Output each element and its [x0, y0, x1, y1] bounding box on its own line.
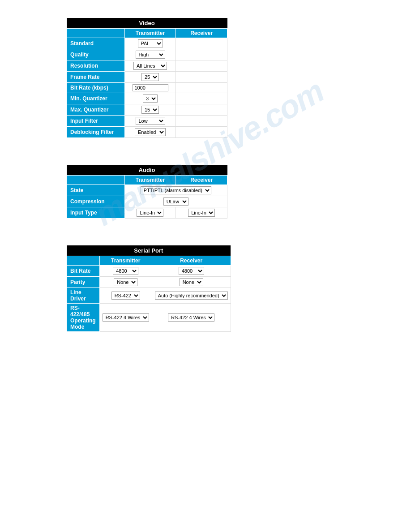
- video-tx-select-7[interactable]: LowMediumHigh: [136, 117, 165, 125]
- video-tx-cell-6: 152025: [124, 104, 176, 116]
- audio-tx-cell-1: ULawALawG.722: [124, 196, 227, 207]
- video-tx-select-8[interactable]: EnabledDisabled: [135, 128, 166, 136]
- video-rx-cell-7: [176, 116, 227, 127]
- video-row-8: Deblocking FilterEnabledDisabled: [67, 127, 227, 138]
- serial-rx-cell-3: RS-422 4 WiresRS-485 2 Wires: [152, 304, 231, 332]
- serial-rx-select-2[interactable]: Auto (Highly recommended)RS-422RS-485: [155, 292, 228, 300]
- serial-rx-select-3[interactable]: RS-422 4 WiresRS-485 2 Wires: [168, 313, 214, 322]
- audio-label-1: Compression: [67, 196, 125, 207]
- serial-row-3: RS-422/485OperatingModeRS-422 4 WiresRS-…: [67, 304, 231, 332]
- audio-tx-cell-0: PTT/PTL (alarms disabled)EnabledDisabled: [124, 185, 227, 196]
- audio-col-receiver: Receiver: [176, 176, 227, 185]
- serial-label-1: Parity: [67, 277, 100, 288]
- video-tx-cell-8: EnabledDisabled: [124, 127, 176, 138]
- audio-rx-select-2[interactable]: Line-InMic: [188, 209, 215, 217]
- audio-tx-cell-2: Line-InMic: [124, 207, 176, 219]
- serial-title: Serial Port: [67, 245, 231, 256]
- video-label-4: Bit Rate (kbps): [67, 83, 125, 93]
- serial-col-receiver: Receiver: [152, 256, 231, 266]
- audio-tx-select-1[interactable]: ULawALawG.722: [163, 197, 188, 206]
- audio-tx-select-2[interactable]: Line-InMic: [137, 209, 163, 217]
- audio-title: Audio: [67, 165, 227, 176]
- page-content: Video Transmitter Receiver StandardPALNT…: [0, 0, 411, 377]
- video-tx-select-3[interactable]: 25126: [141, 73, 159, 81]
- audio-label-0: State: [67, 185, 125, 196]
- serial-label-3: RS-422/485OperatingMode: [67, 304, 100, 332]
- serial-label-2: Line Driver: [67, 288, 100, 304]
- video-tx-cell-7: LowMediumHigh: [124, 116, 176, 127]
- video-tx-cell-1: HighMediumLow: [124, 49, 176, 60]
- video-row-3: Frame Rate25126: [67, 72, 227, 83]
- video-tx-cell-4: [124, 83, 176, 93]
- video-rx-cell-3: [176, 72, 227, 83]
- video-tx-cell-3: 25126: [124, 72, 176, 83]
- video-rx-cell-0: [176, 38, 227, 49]
- serial-rx-cell-0: 480096001920038400: [152, 266, 231, 277]
- audio-row-1: CompressionULawALawG.722: [67, 196, 227, 207]
- serial-tx-cell-2: RS-422RS-485: [99, 288, 152, 304]
- video-row-5: Min. Quantizer357: [67, 93, 227, 104]
- video-tx-select-6[interactable]: 152025: [141, 106, 159, 114]
- serial-row-0: Bit Rate48009600192003840048009600192003…: [67, 266, 231, 277]
- video-row-6: Max. Quantizer152025: [67, 104, 227, 116]
- video-tx-cell-2: All LinesHalf Lines: [124, 60, 176, 72]
- serial-table: Serial Port Transmitter Receiver Bit Rat…: [66, 245, 231, 332]
- serial-tx-select-1[interactable]: NoneOddEven: [114, 278, 137, 286]
- serial-tx-select-0[interactable]: 480096001920038400: [113, 267, 138, 275]
- audio-col-empty: [67, 176, 125, 185]
- video-label-5: Min. Quantizer: [67, 93, 125, 104]
- audio-tx-select-0[interactable]: PTT/PTL (alarms disabled)EnabledDisabled: [141, 186, 211, 194]
- video-row-1: QualityHighMediumLow: [67, 49, 227, 60]
- video-col-empty: [67, 29, 125, 38]
- video-row-0: StandardPALNTSC: [67, 38, 227, 49]
- video-label-8: Deblocking Filter: [67, 127, 125, 138]
- video-col-transmitter: Transmitter: [124, 29, 176, 38]
- video-tx-select-1[interactable]: HighMediumLow: [136, 51, 165, 59]
- video-tx-select-2[interactable]: All LinesHalf Lines: [133, 62, 167, 70]
- video-label-2: Resolution: [67, 60, 125, 72]
- video-table: Video Transmitter Receiver StandardPALNT…: [66, 18, 227, 138]
- video-row-2: ResolutionAll LinesHalf Lines: [67, 60, 227, 72]
- serial-tx-cell-0: 480096001920038400: [99, 266, 152, 277]
- audio-label-2: Input Type: [67, 207, 125, 219]
- video-row-4: Bit Rate (kbps): [67, 83, 227, 93]
- video-label-6: Max. Quantizer: [67, 104, 125, 116]
- audio-table: Audio Transmitter Receiver StatePTT/PTL …: [66, 165, 227, 219]
- video-label-0: Standard: [67, 38, 125, 49]
- serial-row-2: Line DriverRS-422RS-485Auto (Highly reco…: [67, 288, 231, 304]
- audio-row-2: Input TypeLine-InMicLine-InMic: [67, 207, 227, 219]
- video-col-receiver: Receiver: [176, 29, 227, 38]
- serial-rx-select-0[interactable]: 480096001920038400: [179, 267, 204, 275]
- video-tx-select-5[interactable]: 357: [143, 94, 158, 103]
- video-label-7: Input Filter: [67, 116, 125, 127]
- serial-tx-select-3[interactable]: RS-422 4 WiresRS-485 2 Wires: [103, 313, 149, 322]
- serial-tx-cell-3: RS-422 4 WiresRS-485 2 Wires: [99, 304, 152, 332]
- serial-col-empty: [67, 256, 100, 266]
- serial-tx-cell-1: NoneOddEven: [99, 277, 152, 288]
- serial-rx-select-1[interactable]: NoneOddEven: [180, 278, 203, 286]
- serial-tx-select-2[interactable]: RS-422RS-485: [111, 292, 140, 300]
- video-label-1: Quality: [67, 49, 125, 60]
- video-tx-cell-5: 357: [124, 93, 176, 104]
- audio-rx-cell-2: Line-InMic: [176, 207, 227, 219]
- serial-row-1: ParityNoneOddEvenNoneOddEven: [67, 277, 231, 288]
- video-label-3: Frame Rate: [67, 72, 125, 83]
- serial-col-transmitter: Transmitter: [99, 256, 152, 266]
- serial-label-0: Bit Rate: [67, 266, 100, 277]
- video-title: Video: [67, 18, 227, 29]
- audio-col-transmitter: Transmitter: [124, 176, 176, 185]
- video-rx-cell-8: [176, 127, 227, 138]
- video-rx-cell-2: [176, 60, 227, 72]
- audio-row-0: StatePTT/PTL (alarms disabled)EnabledDis…: [67, 185, 227, 196]
- video-tx-cell-0: PALNTSC: [124, 38, 176, 49]
- serial-rx-cell-2: Auto (Highly recommended)RS-422RS-485: [152, 288, 231, 304]
- video-rx-cell-6: [176, 104, 227, 116]
- video-row-7: Input FilterLowMediumHigh: [67, 116, 227, 127]
- video-rx-cell-4: [176, 83, 227, 93]
- video-rx-cell-1: [176, 49, 227, 60]
- video-rx-cell-5: [176, 93, 227, 104]
- serial-rx-cell-1: NoneOddEven: [152, 277, 231, 288]
- video-tx-input-4[interactable]: [133, 84, 168, 91]
- video-tx-select-0[interactable]: PALNTSC: [138, 39, 163, 47]
